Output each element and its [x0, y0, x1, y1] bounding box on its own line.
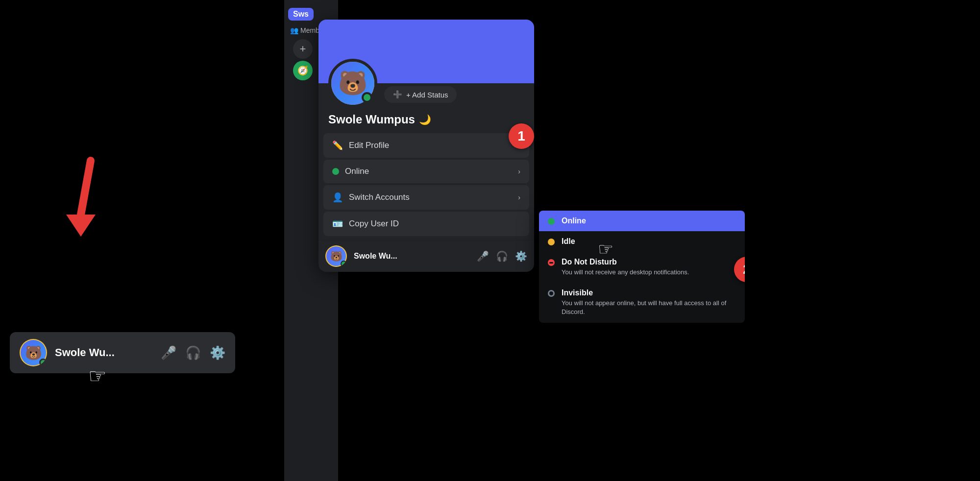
headphones-icon-bottom[interactable]: 🎧: [496, 250, 508, 262]
explore-button[interactable]: 🧭: [293, 61, 313, 80]
menu-left-online: Online: [332, 167, 369, 176]
idle-title: Idle: [562, 237, 575, 246]
menu-left: ✏️ Edit Profile: [332, 140, 389, 151]
chevron-right-icon: ›: [518, 168, 520, 175]
profile-avatar: 🐻: [328, 59, 377, 108]
mic-icon-bottom[interactable]: 🎤: [477, 250, 489, 262]
copy-user-id-label: Copy User ID: [349, 219, 399, 229]
invisible-title: Invisible: [562, 289, 736, 297]
dnd-desc: You will not receive any desktop notific…: [562, 268, 689, 277]
switch-accounts-label: Switch Accounts: [349, 192, 410, 202]
profile-avatar-area: 🐻 ➕ + Add Status: [318, 59, 534, 108]
chevron-right-switch-icon: ›: [518, 193, 520, 201]
pencil-icon: ✏️: [332, 140, 343, 151]
headphones-icon[interactable]: 🎧: [185, 345, 201, 361]
settings-icon[interactable]: ⚙️: [210, 345, 225, 361]
profile-popup: 🐻 ➕ + Add Status Swole Wumpus 🌙 ✏️ Edit …: [318, 20, 534, 272]
sleeping-icon: 🌙: [419, 114, 431, 125]
online-title: Online: [562, 216, 586, 225]
online-dot-icon: [332, 168, 339, 175]
red-arrow-indicator: [59, 156, 108, 241]
bottom-status-dot: [341, 261, 347, 267]
add-server-button[interactable]: +: [293, 39, 313, 59]
profile-username: Swole Wumpus 🌙: [318, 113, 534, 133]
dnd-title: Do Not Disturb: [562, 258, 689, 266]
status-dot-large: [362, 92, 372, 103]
status-dot: [39, 359, 47, 366]
bottom-bar-icons: 🎤 🎧 ⚙️: [477, 250, 527, 262]
status-dnd-option[interactable]: Do Not Disturb You will not receive any …: [539, 252, 745, 283]
invisible-desc: You will not appear online, but will hav…: [562, 299, 736, 316]
bar-icons: 🎤 🎧 ⚙️: [161, 345, 225, 361]
edit-profile-label: Edit Profile: [349, 141, 389, 150]
sws-badge[interactable]: Sws: [288, 8, 314, 21]
username-label: Swole Wu...: [55, 346, 153, 359]
bottom-avatar: 🐻: [325, 245, 347, 267]
dnd-text-block: Do Not Disturb You will not receive any …: [562, 258, 689, 277]
profile-menu: ✏️ Edit Profile 1 Online › 👤 Switch Acco…: [318, 133, 534, 236]
microphone-icon[interactable]: 🎤: [161, 345, 176, 361]
profile-bottom-bar: 🐻 Swole Wu... 🎤 🎧 ⚙️: [318, 240, 534, 272]
id-icon: 🪪: [332, 218, 343, 229]
bottom-bar-username: Swole Wu...: [354, 252, 470, 261]
idle-text-block: Idle: [562, 237, 575, 246]
plus-icon: ➕: [393, 90, 402, 99]
copy-user-id-item[interactable]: 🪪 Copy User ID: [323, 212, 529, 236]
status-online-option[interactable]: Online: [539, 211, 745, 231]
left-panel: 🐻 Swole Wu... 🎤 🎧 ⚙️ ☞: [0, 0, 245, 481]
settings-icon-bottom[interactable]: ⚙️: [515, 250, 527, 262]
dnd-status-dot: [548, 259, 555, 266]
menu-left-id: 🪪 Copy User ID: [332, 218, 399, 229]
account-icon: 👤: [332, 192, 343, 203]
invisible-status-dot: [548, 290, 555, 297]
menu-left-switch: 👤 Switch Accounts: [332, 192, 410, 203]
badge-two: 2: [734, 257, 745, 282]
badge-one: 1: [509, 123, 534, 149]
status-idle-option[interactable]: Idle: [539, 231, 745, 252]
svg-line-0: [81, 161, 91, 215]
idle-status-dot: [548, 239, 555, 245]
edit-profile-item[interactable]: ✏️ Edit Profile 1: [323, 133, 529, 158]
invisible-text-block: Invisible You will not appear online, bu…: [562, 289, 736, 316]
add-status-button[interactable]: ➕ + Add Status: [384, 86, 457, 103]
online-status-item[interactable]: Online ›: [323, 160, 529, 183]
online-status-dot: [548, 218, 555, 225]
status-invisible-option[interactable]: Invisible You will not appear online, bu…: [539, 283, 745, 322]
svg-marker-1: [66, 215, 96, 237]
cursor-pointer: ☞: [88, 364, 107, 388]
user-bar[interactable]: 🐻 Swole Wu... 🎤 🎧 ⚙️ ☞: [10, 332, 235, 373]
avatar: 🐻: [20, 339, 47, 366]
status-dropdown: Online Idle Do Not Disturb You will not …: [539, 211, 745, 323]
online-text-block: Online: [562, 216, 586, 225]
switch-accounts-item[interactable]: 👤 Switch Accounts ›: [323, 185, 529, 210]
members-icon: 👥: [290, 26, 298, 34]
online-label: Online: [345, 167, 369, 176]
